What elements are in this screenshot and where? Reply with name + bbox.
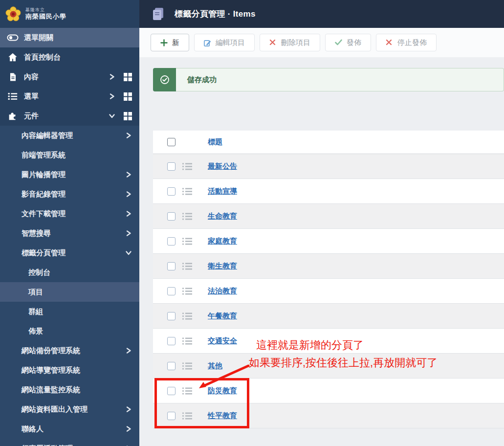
toolbar-button-unpublish[interactable]: 停止發佈: [376, 34, 437, 51]
row-checkbox[interactable]: [167, 287, 175, 295]
row-checkbox-cell: [153, 262, 175, 270]
row-checkbox[interactable]: [167, 237, 175, 245]
sidebar-item-label: 網站導覽管理系統: [22, 366, 80, 375]
title-cell: 活動宣導: [208, 187, 237, 196]
sidebar-item-label: 行事曆活動管理: [22, 444, 73, 446]
row-checkbox-cell: [153, 212, 175, 221]
toolbar-button-label: 新: [172, 38, 179, 47]
table-row: 法治教育: [153, 279, 504, 304]
sidebar-item[interactable]: 影音紀錄管理: [0, 184, 139, 204]
row-checkbox[interactable]: [167, 362, 175, 370]
file-icon: [7, 71, 19, 83]
sidebar-item[interactable]: 前端管理系統: [0, 145, 139, 165]
annotation-text-new-tab: 這裡就是新增的分頁了: [256, 338, 364, 353]
item-title-link[interactable]: 午餐教育: [208, 312, 237, 320]
toggle-icon: [7, 32, 19, 44]
sidebar-item[interactable]: 首頁控制台: [0, 47, 139, 67]
sidebar-item-label: 網站流量監控系統: [22, 385, 80, 395]
x-icon: [269, 39, 277, 46]
sidebar-item[interactable]: 網站導覽管理系統: [0, 360, 139, 380]
row-checkbox[interactable]: [167, 212, 175, 221]
puzzle-icon: [7, 110, 19, 122]
select-all-checkbox[interactable]: [167, 138, 175, 146]
item-title-link[interactable]: 法治教育: [208, 287, 237, 295]
title-column-header[interactable]: 標題: [208, 137, 222, 147]
row-checkbox-cell: [153, 237, 175, 245]
title-cell: 法治教育: [208, 287, 237, 296]
chevron-right-icon: [125, 406, 132, 413]
item-title-link[interactable]: 活動宣導: [208, 187, 237, 195]
row-checkbox[interactable]: [167, 262, 175, 270]
item-title-link[interactable]: 生命教育: [208, 212, 237, 220]
table-row: 最新公告: [153, 154, 504, 179]
item-title-link[interactable]: 家庭教育: [208, 237, 237, 245]
tags-component-icon: [151, 7, 165, 22]
toolbar-button-publish[interactable]: 發佈: [325, 34, 371, 51]
header-checkbox-cell: [153, 138, 175, 146]
sidebar-item[interactable]: 內容: [0, 67, 139, 87]
sidebar-item[interactable]: 網站資料匯出入管理: [0, 400, 139, 419]
drag-handle-icon[interactable]: [182, 288, 192, 295]
drag-cell: [175, 238, 199, 245]
sidebar-item[interactable]: 群組: [0, 302, 139, 321]
item-title-link[interactable]: 最新公告: [208, 162, 237, 170]
annotation-text-sort-hint: 如果要排序,按住後往上拉,再放開就可了: [249, 356, 438, 370]
chevron-right-icon: [125, 425, 132, 432]
drag-cell: [175, 263, 199, 270]
sidebar-item[interactable]: 項目: [0, 282, 139, 302]
chevron-right-icon: [109, 93, 115, 100]
sidebar-item[interactable]: 行事曆活動管理: [0, 439, 139, 446]
sidebar-item[interactable]: 聯絡人: [0, 419, 139, 439]
drag-handle-icon[interactable]: [182, 263, 192, 270]
sidebar-item[interactable]: 選單: [0, 87, 139, 106]
sidebar-item[interactable]: 網站流量監控系統: [0, 380, 139, 400]
sidebar-item[interactable]: 文件下載管理: [0, 204, 139, 223]
item-title-link[interactable]: 衛生教育: [208, 262, 237, 270]
sidebar-item-label: 選單開關: [24, 33, 53, 43]
sidebar-item-label: 網站資料匯出入管理: [22, 405, 88, 414]
plus-icon: [160, 39, 168, 46]
row-checkbox[interactable]: [167, 312, 175, 320]
grid-icon[interactable]: [123, 92, 132, 101]
drag-handle-icon[interactable]: [182, 337, 192, 345]
row-checkbox[interactable]: [167, 337, 175, 345]
chevron-right-icon: [125, 230, 132, 237]
title-cell: 家庭教育: [208, 237, 237, 246]
toolbar-button-edit-items[interactable]: 編輯項目: [194, 34, 255, 51]
sidebar-item[interactable]: 網站備份管理系統: [0, 341, 139, 360]
app-window: 基隆市立 南榮國民小學 選單開關首頁控制台內容選單元件內容編輯器管理前端管理系統…: [0, 0, 504, 446]
sidebar-item-label: 文件下載管理: [22, 209, 66, 219]
grid-icon[interactable]: [123, 112, 132, 121]
sidebar-item[interactable]: 圖片輪播管理: [0, 165, 139, 184]
sidebar-item[interactable]: 佈景: [0, 321, 139, 341]
title-cell: 交通安全: [208, 336, 237, 346]
row-checkbox[interactable]: [167, 162, 175, 171]
school-emblem-icon: [5, 6, 22, 22]
drag-cell: [175, 337, 199, 345]
title-cell: 衛生教育: [208, 262, 237, 271]
sidebar-item[interactable]: 內容編輯器管理: [0, 126, 139, 145]
sidebar-item[interactable]: 標籤分頁管理: [0, 243, 139, 263]
toolbar: 新編輯項目刪除項目發佈停止發佈: [139, 28, 504, 57]
sidebar-item-label: 選單: [24, 92, 39, 101]
drag-handle-icon[interactable]: [182, 312, 192, 320]
drag-handle-icon[interactable]: [182, 213, 192, 220]
chevron-right-icon: [125, 210, 132, 217]
sidebar-item[interactable]: 選單開關: [0, 28, 139, 47]
drag-handle-icon[interactable]: [182, 238, 192, 245]
toolbar-button-delete-items[interactable]: 刪除項目: [260, 34, 320, 51]
grid-icon[interactable]: [123, 72, 132, 82]
drag-handle-icon[interactable]: [182, 362, 192, 370]
sidebar-item[interactable]: 控制台: [0, 263, 139, 282]
row-checkbox[interactable]: [167, 187, 175, 196]
item-title-link[interactable]: 交通安全: [208, 336, 237, 345]
toolbar-button-new[interactable]: 新: [151, 34, 189, 51]
table-row: 衛生教育: [153, 254, 504, 279]
table-row: 生命教育: [153, 204, 504, 229]
row-checkbox-cell: [153, 312, 175, 320]
sidebar-item[interactable]: 元件: [0, 106, 139, 126]
drag-handle-icon[interactable]: [182, 188, 192, 195]
sidebar-item[interactable]: 智慧搜尋: [0, 223, 139, 243]
drag-cell: [175, 312, 199, 320]
drag-handle-icon[interactable]: [182, 163, 192, 170]
